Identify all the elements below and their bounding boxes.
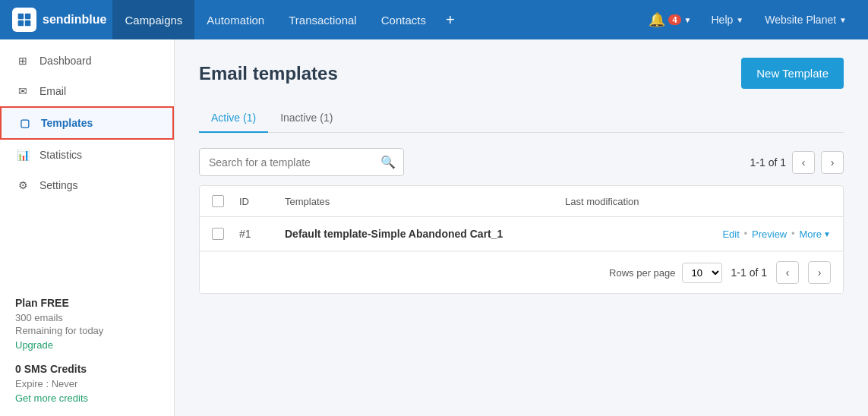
search-container: 🔍: [199, 148, 404, 176]
templates-icon: ▢: [17, 117, 32, 129]
table-header: ID Templates Last modification: [200, 186, 843, 217]
pagination-top: 1-1 of 1 ‹ ›: [750, 151, 844, 174]
new-template-button[interactable]: New Template: [741, 58, 844, 89]
sidebar-label-email: Email: [39, 85, 66, 97]
notification-badge: 4: [668, 14, 680, 25]
logo-svg: [17, 12, 32, 27]
row-template-name: Default template-Simple Abandoned Cart_1: [285, 228, 565, 240]
sms-expire: Expire : Never: [15, 378, 159, 389]
header-templates: Templates: [285, 196, 565, 207]
next-page-bottom[interactable]: ›: [808, 261, 831, 284]
table-container: ID Templates Last modification #1 Defaul…: [199, 185, 844, 294]
tabs: Active (1) Inactive (1): [199, 104, 844, 133]
nav-items: Campaigns Automation Transactional Conta…: [112, 0, 462, 39]
svg-rect-0: [18, 14, 24, 20]
nav-plus[interactable]: +: [438, 0, 462, 39]
more-dropdown[interactable]: More ▼: [799, 228, 831, 240]
plan-emails: 300 emails: [15, 312, 159, 323]
prev-page-top[interactable]: ‹: [792, 151, 815, 174]
row-id: #1: [239, 228, 285, 240]
get-more-credits-link[interactable]: Get more credits: [15, 392, 88, 404]
logo-icon: [12, 8, 36, 32]
more-label: More: [799, 228, 822, 240]
row-checkbox[interactable]: [212, 228, 224, 240]
tab-active[interactable]: Active (1): [199, 104, 268, 133]
sidebar-label-dashboard: Dashboard: [39, 55, 92, 67]
header-checkbox[interactable]: [212, 195, 224, 207]
help-chevron: ▼: [736, 16, 743, 24]
row-check: [212, 228, 239, 240]
main-content: Email templates New Template Active (1) …: [175, 39, 868, 416]
nav-item-campaigns[interactable]: Campaigns: [112, 0, 194, 39]
sidebar-footer: Plan FREE 300 emails Remaining for today…: [0, 285, 174, 416]
layout: ⊞ Dashboard ✉ Email ▢ Templates 📊 Statis…: [0, 39, 868, 416]
sidebar-label-settings: Settings: [39, 179, 78, 191]
logo[interactable]: sendinblue: [12, 8, 106, 32]
nav-item-contacts[interactable]: Contacts: [369, 0, 438, 39]
prev-page-bottom[interactable]: ‹: [776, 261, 799, 284]
sidebar: ⊞ Dashboard ✉ Email ▢ Templates 📊 Statis…: [0, 39, 175, 416]
upgrade-link[interactable]: Upgrade: [15, 339, 53, 351]
nav-right: 🔔 4 ▼ Help ▼ Website Planet ▼: [641, 7, 856, 33]
logo-text: sendinblue: [43, 13, 106, 27]
action-sep-1: •: [744, 228, 747, 239]
header-id: ID: [239, 196, 285, 207]
bell-notification[interactable]: 🔔 4 ▼: [641, 7, 699, 33]
sidebar-item-statistics[interactable]: 📊 Statistics: [0, 140, 174, 170]
page-title: Email templates: [199, 63, 338, 84]
email-icon: ✉: [15, 85, 30, 97]
sidebar-item-email[interactable]: ✉ Email: [0, 76, 174, 106]
search-button[interactable]: 🔍: [373, 149, 403, 175]
plan-remaining: Remaining for today: [15, 325, 159, 336]
edit-link[interactable]: Edit: [722, 228, 739, 240]
svg-rect-3: [25, 20, 31, 27]
sms-title: 0 SMS Credits: [15, 363, 159, 375]
statistics-icon: 📊: [15, 149, 30, 161]
rows-per-page: Rows per page 10 25 50: [609, 263, 721, 283]
tab-inactive[interactable]: Inactive (1): [268, 104, 345, 133]
svg-rect-2: [18, 20, 24, 27]
action-sep-2: •: [791, 228, 794, 239]
plan-name: Plan FREE: [15, 297, 159, 309]
rows-per-page-label: Rows per page: [609, 267, 675, 279]
rows-per-page-select[interactable]: 10 25 50: [682, 263, 722, 283]
sidebar-item-templates[interactable]: ▢ Templates: [0, 106, 174, 140]
next-page-top[interactable]: ›: [821, 151, 844, 174]
help-menu[interactable]: Help ▼: [702, 9, 753, 30]
pagination-range-bottom: 1-1 of 1: [731, 266, 767, 279]
sidebar-item-settings[interactable]: ⚙ Settings: [0, 170, 174, 200]
pagination-range-top: 1-1 of 1: [750, 156, 786, 169]
row-actions: Edit • Preview • More ▼: [565, 228, 831, 240]
table-controls: 🔍 1-1 of 1 ‹ ›: [199, 148, 844, 176]
header-last-modification: Last modification: [565, 196, 831, 207]
settings-icon: ⚙: [15, 179, 30, 191]
bell-dropdown-icon: ▼: [684, 16, 692, 24]
sidebar-label-templates: Templates: [41, 117, 93, 129]
search-input[interactable]: [200, 150, 373, 175]
table-footer: Rows per page 10 25 50 1-1 of 1 ‹ ›: [200, 251, 843, 293]
sidebar-label-statistics: Statistics: [39, 149, 82, 161]
nav-item-transactional[interactable]: Transactional: [276, 0, 369, 39]
website-planet-label: Website Planet: [765, 14, 836, 26]
website-planet-chevron: ▼: [839, 16, 847, 24]
preview-link[interactable]: Preview: [752, 228, 787, 240]
bell-icon: 🔔: [649, 11, 665, 28]
sms-section: 0 SMS Credits Expire : Never Get more cr…: [15, 363, 159, 404]
more-chevron-icon: ▼: [823, 230, 831, 238]
table-row: #1 Default template-Simple Abandoned Car…: [200, 217, 843, 251]
nav-item-automation[interactable]: Automation: [194, 0, 276, 39]
page-header: Email templates New Template: [199, 58, 844, 89]
header-check: [212, 195, 239, 207]
svg-rect-1: [25, 14, 31, 20]
dashboard-icon: ⊞: [15, 55, 30, 67]
top-nav: sendinblue Campaigns Automation Transact…: [0, 0, 868, 39]
help-label: Help: [711, 14, 733, 26]
sidebar-item-dashboard[interactable]: ⊞ Dashboard: [0, 46, 174, 76]
website-planet-menu[interactable]: Website Planet ▼: [756, 9, 856, 30]
